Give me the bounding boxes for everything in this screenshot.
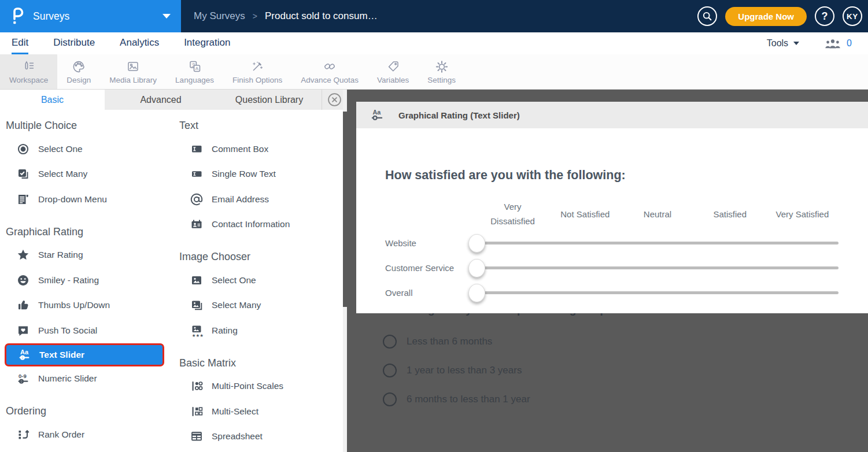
languages-icon: 文 A [187,59,202,74]
slider-track[interactable] [477,242,839,244]
svg-text:0-9: 0-9 [19,373,27,379]
qtype-smiley-rating[interactable]: Smiley - Rating [6,268,179,293]
qtype-dropdown-menu[interactable]: Drop-down Menu [6,187,179,212]
workspace-stage: How long have you been purchasing our pr… [347,90,868,452]
toolbar-item-design[interactable]: Design [57,54,100,89]
qtype-image-select-many[interactable]: Select Many [179,293,337,318]
tools-dropdown[interactable]: Tools [767,38,788,49]
image-select-many-icon [190,298,204,312]
slider-row-overall: Overall [356,280,868,305]
dimmed-question: How long have you been purchasing our pr… [383,303,653,414]
image-rating-icon: ★★★ [190,324,204,338]
dimmed-question-options: Less than 6 months 1 year to less than 3… [383,327,653,414]
text-slider-icon: Aa [370,108,385,123]
nav-row: Edit Distribute Analytics Integration To… [0,32,868,54]
qtype-email-address[interactable]: Email Address [179,187,337,212]
tab-integration[interactable]: Integration [184,32,230,54]
chevron-down-icon[interactable] [162,14,171,18]
toolbar-item-variables[interactable]: Variables [368,54,418,89]
qtype-spreadsheet[interactable]: Spreadsheet [179,424,337,450]
slider-track[interactable] [477,266,839,269]
star-icon [16,248,30,262]
slider[interactable] [477,231,839,255]
single-row-text-icon [190,167,204,181]
scrollbar-thumb[interactable] [343,112,347,307]
workspace-icon [21,59,36,74]
panel-scrollbar[interactable] [343,90,347,452]
question-type-panel: Basic Advanced Question Library Multiple… [0,90,347,452]
section-heading: Image Chooser [179,251,337,263]
slider-handle[interactable] [468,234,485,253]
scale-label: Not Satisfied [549,199,621,228]
qtype-select-one[interactable]: Select One [6,136,179,162]
qtype-multi-select[interactable]: Multi-Select [179,399,337,424]
toolbar-item-languages[interactable]: 文 A Languages [166,54,223,89]
toolbar-item-advance-quotas[interactable]: Advance Quotas [291,54,368,89]
topbar: Surveys My Surveys > Product sold to con… [0,0,868,32]
svg-text:A: A [195,66,198,71]
section-heading: Graphical Rating [6,226,179,238]
social-heart-icon [16,324,30,338]
scale-label: Very Satisfied [766,199,839,228]
toolbar-item-finish-options[interactable]: Finish Options [223,54,291,89]
product-switcher[interactable]: Surveys [0,0,181,32]
slider-track[interactable] [477,291,839,294]
tab-basic[interactable]: Basic [0,90,105,110]
qtype-rank-order[interactable]: Rank Order [6,422,179,447]
scale-label: Neutral [621,199,693,228]
qtype-multi-point-scales[interactable]: Multi-Point Scales [179,374,337,399]
qtype-text-slider[interactable]: Aa Text Slider [5,343,164,366]
qtype-image-select-one[interactable]: Select One [179,268,337,293]
multi-select-icon [190,405,204,418]
comment-box-icon [190,142,204,156]
collaborators-button[interactable] [825,39,841,49]
multi-point-scales-icon [190,379,204,393]
avatar[interactable]: KY [843,6,862,26]
design-palette-icon [71,59,86,74]
slider[interactable] [477,280,839,305]
qtype-star-rating[interactable]: Star Rating [6,243,179,268]
tab-distribute[interactable]: Distribute [53,32,95,54]
svg-text:★★★: ★★★ [192,332,204,338]
qtype-numeric-slider[interactable]: 0-9 Numeric Slider [6,366,179,392]
collaborators-count: 0 [847,38,852,49]
tab-advanced[interactable]: Advanced [105,90,217,110]
proprofs-logo-icon [10,7,25,25]
contact-card-icon [190,217,204,231]
qtype-comment-box[interactable]: Comment Box [179,136,337,162]
chevron-down-icon[interactable] [793,42,799,45]
question-column-2: Text Comment Box [179,110,337,452]
rank-order-icon [16,428,30,442]
breadcrumb-my-surveys[interactable]: My Surveys [194,10,245,22]
qtype-select-many[interactable]: Select Many [6,162,179,187]
nav-right: Tools 0 [767,32,852,54]
qtype-contact-information[interactable]: Contact Information [179,212,337,238]
image-select-one-icon [190,273,204,287]
slider-handle[interactable] [468,259,485,277]
toolbar-item-settings[interactable]: Settings [418,54,465,89]
slider-rows: Website Customer Service [356,231,868,305]
slider[interactable] [477,255,839,280]
svg-text:Aa: Aa [372,109,381,116]
toolbar-item-media-library[interactable]: Media Library [100,54,166,89]
dropdown-menu-icon [16,192,30,206]
qtype-thumbs-up-down[interactable]: Thumbs Up/Down [6,293,179,318]
upgrade-now-button[interactable]: Upgrade Now [725,7,807,26]
help-button[interactable]: ? [815,6,834,26]
tab-question-library[interactable]: Question Library [217,90,322,110]
search-button[interactable] [697,6,717,26]
tab-edit[interactable]: Edit [12,32,28,54]
qtype-push-to-social[interactable]: Push To Social [6,318,179,343]
preview-question-title: How satisfied are you with the following… [385,168,868,183]
slider-handle[interactable] [468,284,485,302]
qtype-single-row-text[interactable]: Single Row Text [179,162,337,187]
radio-option: Less than 6 months [383,327,653,356]
thumbs-icon [16,298,30,312]
section-ordering: Ordering Rank Order [6,405,179,447]
tab-analytics[interactable]: Analytics [120,32,159,54]
qtype-image-rating[interactable]: ★★★ Rating [179,318,337,343]
panel-body: Multiple Choice Select One [0,110,343,452]
radio-option: 1 year to less than 3 years [383,356,653,385]
text-slider-icon: Aa [17,348,31,362]
toolbar-item-workspace[interactable]: Workspace [0,54,57,89]
